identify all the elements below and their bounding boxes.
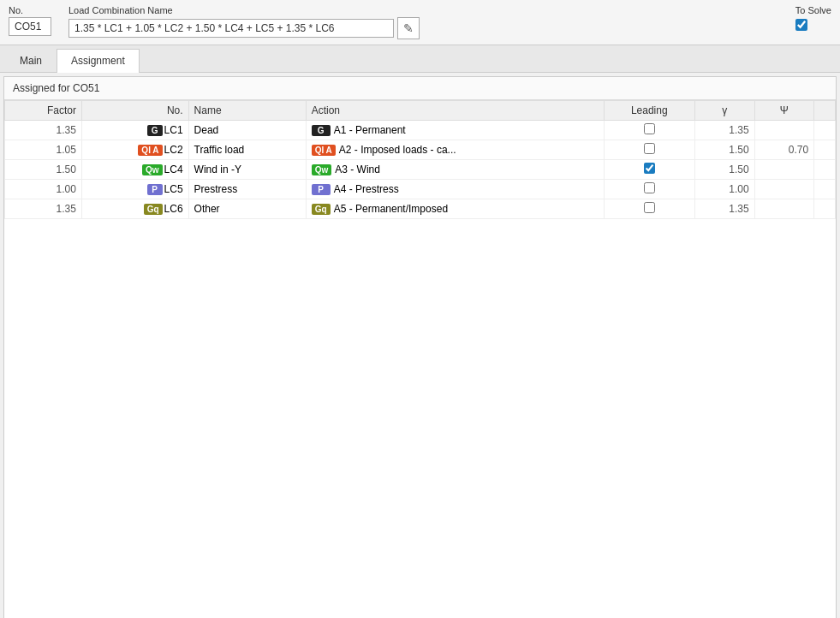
cell-factor: 1.35 [5,199,82,219]
cell-psi [754,121,814,140]
type-badge: P [147,184,163,195]
cell-gamma: 1.35 [695,199,755,219]
cell-name: Wind in -Y [188,160,306,180]
assignments-table: Factor No. Name Action Leading γ Ψ 1.35G… [4,100,836,219]
tab-assignment[interactable]: Assignment [57,49,140,73]
col-leading: Leading [604,101,695,121]
cell-factor: 1.50 [5,160,82,180]
type-badge: Qw [142,164,163,175]
cell-extra [814,199,836,219]
leading-checkbox[interactable] [644,123,655,134]
lc-number: LC2 [164,144,183,156]
cell-extra [814,140,836,160]
col-gamma: γ [695,101,755,121]
action-badge: Gq [312,204,331,215]
cell-factor: 1.00 [5,180,82,199]
to-solve-checkbox[interactable] [795,19,807,31]
lc-number: LC5 [164,183,183,195]
cell-leading[interactable] [604,180,695,199]
name-label: Load Combination Name [69,5,761,15]
action-badge: P [312,184,331,195]
col-psi: Ψ [754,101,814,121]
type-badge: QI A [138,145,162,156]
table-row: 1.50QwLC4Wind in -YQwA3 - Wind1.50 [5,160,836,180]
lc-number: LC4 [164,163,183,175]
cell-gamma: 1.50 [695,140,755,160]
to-solve-group: To Solve [795,5,831,39]
cell-no: QwLC4 [81,160,188,180]
leading-checkbox[interactable] [644,163,655,174]
cell-action: GqA5 - Permanent/Imposed [306,199,604,219]
top-bar: No. CO51 Load Combination Name 1.35 * LC… [0,0,840,45]
type-badge: Gq [144,204,163,215]
col-action: Action [306,101,604,121]
action-label: A4 - Prestress [334,183,399,195]
cell-action: QwA3 - Wind [306,160,604,180]
leading-checkbox[interactable] [644,143,655,154]
table-row: 1.05QI ALC2Traffic loadQI AA2 - Imposed … [5,140,836,160]
action-badge: Qw [312,164,332,175]
cell-name: Traffic load [188,140,306,160]
cell-psi [754,160,814,180]
table-row: 1.35GqLC6OtherGqA5 - Permanent/Imposed1.… [5,199,836,219]
cell-leading[interactable] [604,199,695,219]
name-field-group: Load Combination Name 1.35 * LC1 + 1.05 … [69,5,761,39]
action-badge: G [312,125,331,136]
action-label: A1 - Permanent [334,124,406,136]
cell-no: GLC1 [81,121,188,140]
cell-no: QI ALC2 [81,140,188,160]
leading-checkbox[interactable] [644,182,655,193]
cell-name: Dead [188,121,306,140]
type-badge: G [147,125,163,136]
cell-leading[interactable] [604,140,695,160]
cell-psi: 0.70 [754,140,814,160]
action-label: A2 - Imposed loads - ca... [339,144,456,156]
name-value: 1.35 * LC1 + 1.05 * LC2 + 1.50 * LC4 + L… [69,19,394,38]
cell-no: GqLC6 [81,199,188,219]
cell-extra [814,160,836,180]
col-no: No. [81,101,188,121]
cell-no: PLC5 [81,180,188,199]
action-label: A5 - Permanent/Imposed [334,203,448,215]
tabs-bar: Main Assignment [0,45,840,73]
lc-number: LC1 [164,124,183,136]
main-content: Assigned for CO51 Factor No. Name Action… [3,76,837,618]
lc-number: LC6 [164,203,183,215]
action-label: A3 - Wind [335,163,380,175]
cell-factor: 1.05 [5,140,82,160]
cell-extra [814,180,836,199]
no-label: No. [9,5,51,15]
leading-checkbox[interactable] [644,202,655,213]
cell-factor: 1.35 [5,121,82,140]
no-field-group: No. CO51 [9,5,51,39]
cell-name: Prestress [188,180,306,199]
assigned-header: Assigned for CO51 [4,77,836,100]
col-extra [814,101,836,121]
to-solve-checkbox-wrapper[interactable] [795,19,807,33]
cell-psi [754,199,814,219]
table-row: 1.00PLC5PrestressPA4 - Prestress1.00 [5,180,836,199]
col-factor: Factor [5,101,82,121]
cell-extra [814,121,836,140]
tab-main[interactable]: Main [5,49,57,72]
action-badge: QI A [312,145,336,156]
no-value: CO51 [9,17,51,36]
cell-action: PA4 - Prestress [306,180,604,199]
cell-leading[interactable] [604,160,695,180]
table-row: 1.35GLC1DeadGA1 - Permanent1.35 [5,121,836,140]
cell-psi [754,180,814,199]
cell-gamma: 1.00 [695,180,755,199]
cell-action: GA1 - Permanent [306,121,604,140]
edit-button[interactable]: ✎ [397,17,420,39]
cell-action: QI AA2 - Imposed loads - ca... [306,140,604,160]
cell-leading[interactable] [604,121,695,140]
table-container: Factor No. Name Action Leading γ Ψ 1.35G… [4,100,836,618]
col-name: Name [188,101,306,121]
to-solve-label: To Solve [795,5,831,15]
cell-name: Other [188,199,306,219]
cell-gamma: 1.50 [695,160,755,180]
cell-gamma: 1.35 [695,121,755,140]
